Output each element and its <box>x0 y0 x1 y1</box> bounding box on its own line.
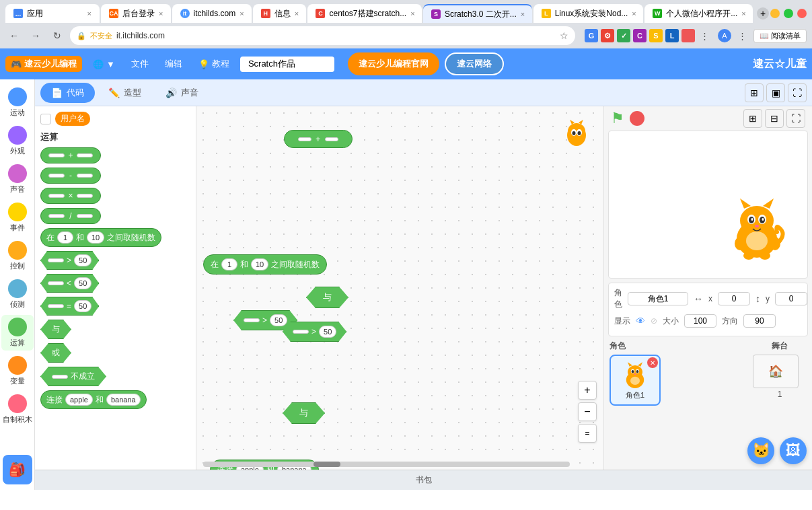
ext-icon-6[interactable] <box>681 29 695 42</box>
tab-costume[interactable]: ✏️ 造型 <box>98 83 152 103</box>
edit-button[interactable]: 编辑 <box>159 55 188 73</box>
stage-fullscreen[interactable]: ⛶ <box>786 109 805 128</box>
canvas-random-inner[interactable]: 在 1 和 10 之间取随机数 <box>203 254 327 275</box>
tab-close-centos[interactable]: × <box>410 9 414 17</box>
canvas-top-input-right[interactable] <box>325 137 338 141</box>
add-sprite-button[interactable]: 🐱 <box>747 437 774 464</box>
join-val2-panel[interactable]: banana <box>106 394 141 406</box>
tab-sound[interactable]: 🔊 声音 <box>155 83 209 103</box>
layout-btn-1[interactable]: ⊞ <box>745 83 764 102</box>
gt-input-left[interactable] <box>48 258 64 262</box>
address-bar[interactable]: 🔒 不安全 it.itchilds.com ☆ <box>70 26 575 45</box>
reload-button[interactable]: ↻ <box>48 27 66 44</box>
teach-button[interactable]: 💡 教程 <box>193 55 235 73</box>
div-input-left[interactable] <box>48 214 65 218</box>
forward-button[interactable]: → <box>27 27 44 44</box>
minimize-button[interactable] <box>770 9 780 18</box>
eq-input-left[interactable] <box>48 304 64 308</box>
browser-tab-login[interactable]: CA 后台登录 × <box>101 4 171 23</box>
sub-input-right[interactable] <box>77 174 93 178</box>
stop-button[interactable] <box>630 111 644 126</box>
random-block[interactable]: 在 1 和 10 之间取随机数 <box>40 228 161 247</box>
gt-block[interactable]: > 50 <box>40 251 99 270</box>
browser-tab-wechat[interactable]: W 个人微信小程序开... × <box>644 4 753 23</box>
div-input-right[interactable] <box>77 214 93 218</box>
layout-btn-3[interactable]: ⛶ <box>788 83 807 102</box>
dir-input[interactable] <box>743 314 776 328</box>
stage-thumbnail[interactable]: 🏠 <box>753 355 799 388</box>
divide-block[interactable]: / <box>40 208 101 224</box>
canvas-random-val1[interactable]: 1 <box>221 258 237 270</box>
stage-layout-1[interactable]: ⊞ <box>743 109 762 128</box>
category-myblocks[interactable]: 自制积木 <box>1 392 34 427</box>
x-input[interactable] <box>718 292 750 305</box>
canvas-hscroll[interactable] <box>203 462 570 467</box>
size-input[interactable] <box>684 314 716 328</box>
layout-btn-2[interactable]: ▣ <box>766 83 785 102</box>
stage-layout-2[interactable]: ⊟ <box>765 109 784 128</box>
app-logo[interactable]: 🎮 逮云少儿编程 <box>5 56 82 72</box>
canvas-random-val2[interactable]: 10 <box>251 258 268 270</box>
official-site-button[interactable]: 逮云少儿编程官网 <box>348 52 439 75</box>
mul-input-right[interactable] <box>77 194 93 198</box>
hide-eye-button[interactable]: ⊘ <box>651 316 657 326</box>
zoom-out-button[interactable]: − <box>578 402 597 421</box>
add-backdrop-button[interactable]: 🖼 <box>780 437 807 464</box>
zoom-in-button[interactable]: + <box>578 381 597 400</box>
canvas-gt-val-2[interactable]: 50 <box>319 326 336 338</box>
browser-tab-apps[interactable]: ... 应用 × <box>5 4 100 23</box>
category-motion[interactable]: 运动 <box>1 85 34 120</box>
var-checkbox[interactable] <box>40 114 51 124</box>
join-block-panel[interactable]: 连接 apple 和 banana <box>40 390 147 409</box>
close-button[interactable] <box>797 9 807 18</box>
read-list-button[interactable]: 📖 阅读清单 <box>753 29 807 43</box>
random-val1[interactable]: 1 <box>57 231 73 244</box>
network-button[interactable]: 逮云网络 <box>445 52 504 75</box>
ext-icon-5[interactable]: L <box>665 29 679 42</box>
category-operators[interactable]: 运算 <box>1 315 34 351</box>
green-flag-button[interactable]: ⚑ <box>611 110 624 127</box>
canvas-gt-inner-2[interactable]: > 50 <box>283 322 346 342</box>
subtract-block[interactable]: - <box>40 168 101 184</box>
delete-sprite-button[interactable]: ✕ <box>647 357 658 368</box>
canvas-and-block-2[interactable]: 与 <box>283 402 325 424</box>
ext-google-icon[interactable]: G <box>585 29 598 42</box>
mul-input-left[interactable] <box>48 194 65 198</box>
lt-block[interactable]: < 50 <box>40 274 99 293</box>
canvas-top-block[interactable]: + <box>284 130 353 148</box>
browser-tab-itchilds[interactable]: it itchilds.com × <box>172 4 252 23</box>
tab-close-login[interactable]: × <box>159 9 163 17</box>
tab-close-itchilds[interactable]: × <box>239 9 244 17</box>
browser-tab-centos[interactable]: C centos7搭建scratch... × <box>307 4 422 23</box>
sprite-item-1[interactable]: ✕ <box>610 355 661 406</box>
category-sound[interactable]: 声音 <box>1 161 34 197</box>
profile-button[interactable]: A <box>718 29 731 42</box>
back-button[interactable]: ← <box>5 27 23 44</box>
canvas-and-inner-1[interactable]: 与 <box>306 287 348 308</box>
join-val1-panel[interactable]: apple <box>65 394 93 406</box>
y-input[interactable] <box>775 292 807 305</box>
scratch-canvas[interactable]: + 在 1 和 10 之间取随机数 <box>196 106 603 470</box>
file-button[interactable]: 文件 <box>126 55 154 73</box>
show-eye-button[interactable]: 👁 <box>636 316 645 326</box>
tab-close-scratch[interactable]: × <box>521 10 525 18</box>
browser-tab-info[interactable]: H 信息 × <box>253 4 307 23</box>
eq-val[interactable]: 50 <box>74 300 91 312</box>
sprite-name-input[interactable] <box>628 292 688 305</box>
canvas-and-inner-2[interactable]: 与 <box>283 402 325 424</box>
star-icon[interactable]: ☆ <box>560 30 568 41</box>
lt-val[interactable]: 50 <box>74 277 91 289</box>
random-val2[interactable]: 10 <box>87 231 104 244</box>
category-looks[interactable]: 外观 <box>1 123 34 159</box>
canvas-gt-block-2[interactable]: > 50 <box>283 322 346 342</box>
browser-tab-linux[interactable]: L Linux系统安装Nod... × <box>533 4 644 23</box>
category-events[interactable]: 事件 <box>1 200 34 235</box>
globe-button[interactable]: 🌐 ▼ <box>87 57 120 72</box>
more-extensions-button[interactable]: ⋮ <box>698 29 711 42</box>
new-tab-button[interactable]: + <box>757 7 769 20</box>
gt-val[interactable]: 50 <box>74 254 91 266</box>
category-sensing[interactable]: 侦测 <box>1 277 34 312</box>
maximize-button[interactable] <box>784 9 793 18</box>
ext-icon-3[interactable]: C <box>633 29 647 42</box>
browser-menu-icon[interactable]: ⋮ <box>738 31 747 41</box>
